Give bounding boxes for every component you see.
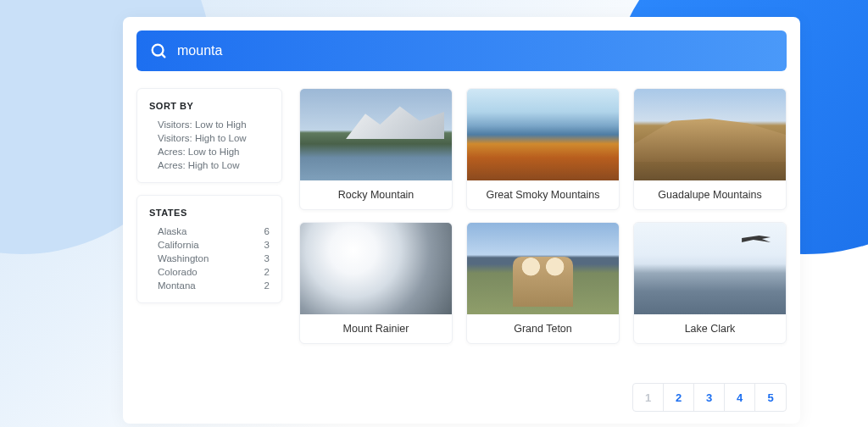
svg-line-1 — [162, 54, 165, 58]
state-filter[interactable]: Colorado 2 — [158, 267, 270, 277]
result-title: Great Smoky Mountains — [467, 180, 619, 209]
states-card: STATES Alaska 6 California 3 Washington … — [136, 195, 282, 303]
results-grid: Rocky Mountain Great Smoky Mountains Gua… — [299, 88, 787, 344]
sort-card: SORT BY Visitors: Low to High Visitors: … — [136, 88, 282, 183]
search-bar — [136, 30, 787, 71]
state-name: California — [158, 240, 199, 250]
page-number[interactable]: 4 — [725, 384, 755, 411]
sort-option[interactable]: Visitors: High to Low — [158, 133, 270, 143]
state-count: 3 — [264, 240, 270, 250]
sort-option[interactable]: Acres: High to Low — [158, 160, 270, 170]
result-card[interactable]: Rocky Mountain — [299, 88, 453, 210]
result-card[interactable]: Guadalupe Mountains — [633, 88, 787, 210]
sort-title: SORT BY — [149, 101, 270, 111]
state-count: 2 — [264, 280, 270, 291]
result-card[interactable]: Great Smoky Mountains — [466, 88, 620, 210]
state-filter[interactable]: Washington 3 — [158, 253, 270, 263]
result-thumbnail — [634, 223, 786, 314]
state-filter[interactable]: California 3 — [158, 240, 270, 250]
main-panel: SORT BY Visitors: Low to High Visitors: … — [123, 17, 800, 424]
result-title: Guadalupe Mountains — [634, 180, 786, 209]
states-title: STATES — [149, 208, 270, 218]
state-name: Colorado — [158, 267, 198, 277]
result-title: Rocky Mountain — [300, 180, 452, 209]
search-input[interactable] — [177, 43, 783, 58]
result-card[interactable]: Lake Clark — [633, 222, 787, 344]
state-count: 3 — [264, 253, 270, 263]
state-name: Montana — [158, 280, 196, 291]
result-thumbnail — [300, 223, 452, 314]
pagination: 1 2 3 4 5 — [632, 383, 787, 412]
state-count: 6 — [264, 226, 270, 236]
result-thumbnail — [467, 223, 619, 314]
state-name: Washington — [158, 253, 209, 263]
state-count: 2 — [264, 267, 270, 277]
result-title: Lake Clark — [634, 314, 786, 343]
result-thumbnail — [300, 89, 452, 180]
content-row: SORT BY Visitors: Low to High Visitors: … — [136, 88, 787, 344]
sort-option[interactable]: Visitors: Low to High — [158, 119, 270, 130]
result-thumbnail — [634, 89, 786, 180]
result-title: Grand Teton — [467, 314, 619, 343]
result-card[interactable]: Mount Rainier — [299, 222, 453, 344]
state-filter[interactable]: Alaska 6 — [158, 226, 270, 236]
sort-option[interactable]: Acres: Low to High — [158, 147, 270, 157]
result-thumbnail — [467, 89, 619, 180]
search-icon — [140, 42, 177, 60]
page-number[interactable]: 5 — [755, 384, 786, 411]
page-number[interactable]: 2 — [664, 384, 694, 411]
sidebar: SORT BY Visitors: Low to High Visitors: … — [136, 88, 282, 344]
state-name: Alaska — [158, 226, 187, 236]
state-filter[interactable]: Montana 2 — [158, 280, 270, 291]
result-title: Mount Rainier — [300, 314, 452, 343]
result-card[interactable]: Grand Teton — [466, 222, 620, 344]
page-number-current: 1 — [633, 384, 664, 411]
page-number[interactable]: 3 — [694, 384, 725, 411]
